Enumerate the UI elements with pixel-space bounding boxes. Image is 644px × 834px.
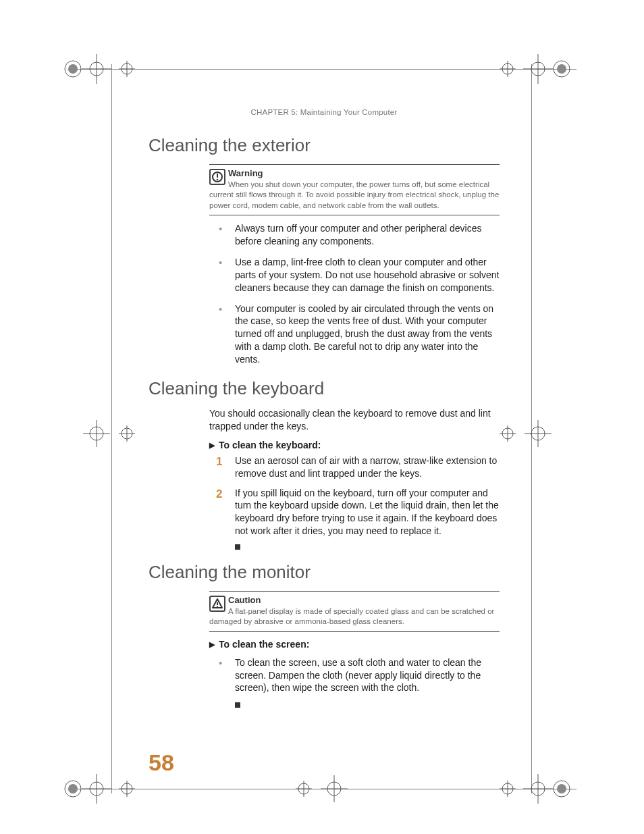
chapter-title: Maintaining Your Computer xyxy=(300,108,398,116)
list-item: Always turn off your computer and other … xyxy=(209,222,500,248)
step-item: 1Use an aerosol can of air with a narrow… xyxy=(209,454,500,480)
registration-mark-icon xyxy=(59,768,140,809)
warning-title: Warning xyxy=(228,168,263,178)
caution-callout: Caution A flat-panel display is made of … xyxy=(209,591,500,632)
exterior-bullet-list: Always turn off your computer and other … xyxy=(209,222,500,366)
caution-body: A flat-panel display is made of speciall… xyxy=(209,607,494,626)
section-title-monitor: Cleaning the monitor xyxy=(149,562,500,583)
registration-mark-icon xyxy=(284,768,365,809)
keyboard-intro: You should occasionally clean the keyboa… xyxy=(209,407,500,433)
registration-mark-icon xyxy=(494,49,575,89)
step-text: If you spill liquid on the keyboard, tur… xyxy=(235,488,499,537)
end-of-procedure-icon xyxy=(235,702,240,708)
procedure-heading-screen: To clean the screen: xyxy=(209,639,500,650)
procedure-heading-keyboard: To clean the keyboard: xyxy=(209,440,500,450)
registration-mark-icon xyxy=(59,413,140,454)
section-title-keyboard: Cleaning the keyboard xyxy=(149,378,500,399)
warning-icon xyxy=(209,169,225,185)
step-number: 2 xyxy=(216,487,222,502)
end-of-procedure-icon xyxy=(235,544,240,550)
monitor-bullet-list: To clean the screen, use a soft cloth an… xyxy=(209,656,500,695)
chapter-label: CHAPTER 5 xyxy=(251,108,296,116)
step-item: 2If you spill liquid on the keyboard, tu… xyxy=(209,487,500,538)
registration-mark-icon xyxy=(494,413,575,454)
svg-point-29 xyxy=(68,784,78,793)
caution-icon xyxy=(209,596,225,612)
caution-title: Caution xyxy=(228,595,261,605)
page-number: 58 xyxy=(149,750,174,776)
svg-point-1 xyxy=(68,64,78,74)
step-number: 1 xyxy=(216,454,222,470)
keyboard-steps: 1Use an aerosol can of air with a narrow… xyxy=(209,454,500,538)
warning-body: When you shut down your computer, the po… xyxy=(209,180,499,209)
registration-mark-icon xyxy=(59,49,140,89)
list-item: Use a damp, lint-free cloth to clean you… xyxy=(209,256,500,294)
list-item: Your computer is cooled by air circulate… xyxy=(209,303,500,366)
svg-point-15 xyxy=(557,64,566,74)
page-content: CHAPTER 5: Maintaining Your Computer Cle… xyxy=(149,108,500,708)
section-title-exterior: Cleaning the exterior xyxy=(149,135,500,156)
registration-mark-icon xyxy=(494,768,575,809)
svg-point-52 xyxy=(217,179,219,181)
svg-point-55 xyxy=(217,606,218,607)
step-text: Use an aerosol can of air with a narrow,… xyxy=(235,455,497,479)
list-item: To clean the screen, use a soft cloth an… xyxy=(209,656,500,695)
chapter-header: CHAPTER 5: Maintaining Your Computer xyxy=(149,108,500,116)
warning-callout: Warning When you shut down your computer… xyxy=(209,164,500,215)
svg-point-49 xyxy=(557,784,566,793)
